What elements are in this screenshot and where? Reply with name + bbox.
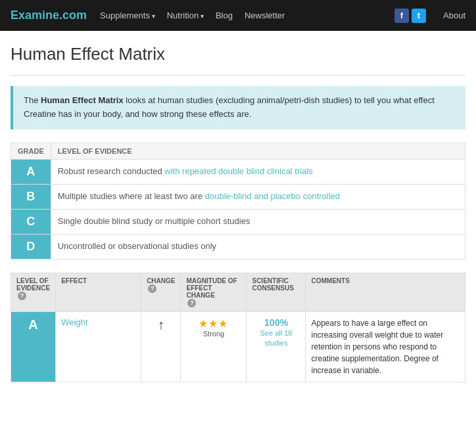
matrix-grade-a: A: [11, 311, 56, 382]
effect-link[interactable]: Weight: [61, 317, 87, 327]
nav-nutrition[interactable]: Nutrition: [167, 11, 204, 20]
table-row: D Uncontrolled or observational studies …: [11, 234, 465, 259]
comments-text: Appears to have a large effect on increa…: [311, 319, 443, 375]
matrix-effect: Weight: [56, 311, 141, 382]
nav-links: Supplements Nutrition Blog Newsletter: [100, 11, 381, 20]
about-link[interactable]: About: [443, 11, 465, 20]
th-magnitude-label: MAGNITUDE OF EFFECT CHANGE: [186, 277, 241, 299]
change-question-badge[interactable]: ?: [148, 284, 156, 293]
highlight-a: with repeated double blind clinical tria…: [164, 166, 312, 176]
consensus-link[interactable]: See all 18 studies: [260, 329, 293, 347]
th-level: LEVEL OFEVIDENCE ?: [11, 273, 56, 311]
nav-blog[interactable]: Blog: [216, 11, 233, 20]
matrix-consensus: 100% See all 18 studies: [247, 311, 306, 382]
facebook-icon[interactable]: f: [394, 9, 409, 23]
table-row: C Single double blind study or multiple …: [11, 209, 465, 234]
grade-table: GRADE LEVEL OF EVIDENCE A Robust researc…: [11, 143, 465, 259]
th-consensus: SCIENTIFIC CONSENSUS: [247, 273, 306, 311]
grade-c-desc: Single double blind study or multiple co…: [51, 209, 465, 234]
grade-c: C: [11, 209, 51, 234]
grade-b: B: [11, 184, 51, 209]
nav-supplements[interactable]: Supplements: [100, 11, 155, 20]
page-title: Human Effect Matrix: [11, 44, 465, 64]
table-row: A Robust research conducted with repeate…: [11, 159, 465, 184]
matrix-row: A Weight ↑ ★★★ Strong 100% See all 18 st…: [11, 311, 465, 382]
th-comments-label: COMMENTS: [311, 277, 460, 284]
site-logo[interactable]: Examine.com: [11, 9, 87, 22]
th-effect-label: EFFECT: [61, 277, 135, 284]
info-box: The Human Effect Matrix looks at human s…: [11, 86, 465, 129]
matrix-change: ↑: [141, 311, 181, 382]
highlight-b: double-blind and placebo controlled: [205, 191, 340, 201]
th-effect: EFFECT: [56, 273, 141, 311]
stars: ★★★: [186, 317, 241, 330]
nav-social: f t: [394, 9, 426, 23]
info-prefix: The: [24, 95, 41, 105]
magnitude-question-badge[interactable]: ?: [187, 299, 196, 307]
table-row: B Multiple studies where at least two ar…: [11, 184, 465, 209]
page-content: Human Effect Matrix The Human Effect Mat…: [0, 31, 476, 395]
divider: [11, 75, 465, 76]
grade-a: A: [11, 159, 51, 184]
col-grade: GRADE: [11, 143, 51, 159]
col-evidence: LEVEL OF EVIDENCE: [51, 143, 465, 159]
grade-d: D: [11, 234, 51, 259]
grade-d-desc: Uncontrolled or observational studies on…: [51, 234, 465, 259]
twitter-icon[interactable]: t: [412, 9, 426, 23]
matrix-magnitude: ★★★ Strong: [181, 311, 247, 382]
th-consensus-label: SCIENTIFIC CONSENSUS: [252, 277, 300, 292]
grade-b-desc: Multiple studies where at least two are …: [51, 184, 465, 209]
stars-label: Strong: [186, 330, 241, 338]
th-magnitude: MAGNITUDE OF EFFECT CHANGE ?: [181, 273, 247, 311]
nav-newsletter[interactable]: Newsletter: [245, 11, 285, 20]
logo-text: Examine.com: [11, 9, 87, 22]
th-change: CHANGE ?: [141, 273, 181, 311]
consensus-pct: 100%: [252, 317, 300, 328]
matrix-comments: Appears to have a large effect on increa…: [306, 311, 465, 382]
level-question-badge[interactable]: ?: [18, 292, 26, 300]
th-level-label: LEVEL OFEVIDENCE: [16, 277, 50, 292]
th-comments: COMMENTS: [306, 273, 465, 311]
info-bold: Human Effect Matrix: [41, 95, 124, 105]
matrix-table: LEVEL OFEVIDENCE ? EFFECT CHANGE ? MAGNI…: [11, 273, 465, 382]
grade-a-desc: Robust research conducted with repeated …: [51, 159, 465, 184]
change-arrow: ↑: [158, 317, 164, 332]
th-change-label: CHANGE: [147, 277, 175, 284]
